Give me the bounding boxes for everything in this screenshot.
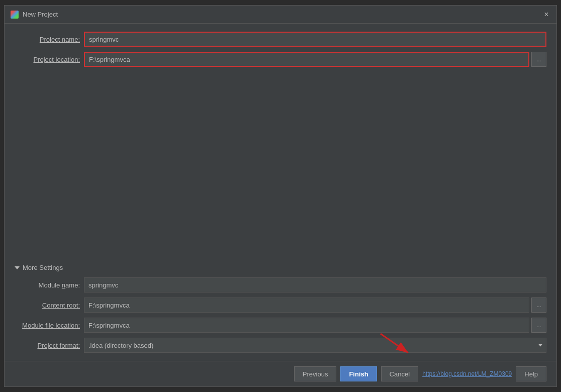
more-settings-section: More Settings Module name: Content root: (15, 258, 546, 353)
collapse-icon (15, 266, 20, 269)
more-settings-form: Module name: Content root: ... (15, 277, 546, 353)
dialog-title: New Project (23, 11, 542, 18)
empty-area (15, 75, 546, 258)
finish-button[interactable]: Finish (340, 366, 377, 381)
module-name-label: Module name: (15, 281, 80, 289)
more-settings-label: More Settings (23, 264, 63, 271)
project-name-input[interactable] (84, 32, 546, 47)
content-root-input-group: ... (84, 298, 546, 313)
project-location-input-group: ... (84, 52, 546, 67)
title-bar: New Project × (5, 6, 556, 24)
previous-button[interactable]: Previous (294, 366, 337, 381)
content-root-label: Content root: (15, 302, 80, 309)
project-name-row: Project name: (15, 32, 546, 47)
module-file-location-label: Module file location: (15, 322, 80, 329)
module-file-location-row: Module file location: ... (15, 318, 546, 333)
new-project-dialog: New Project × Project name: Project loca… (4, 5, 557, 387)
project-format-dropdown[interactable]: .idea (directory based) (84, 338, 546, 353)
help-link[interactable]: https://blog.csdn.net/LM_ZM0309 (422, 370, 512, 377)
module-file-location-input-group: ... (84, 318, 546, 333)
project-name-label: Project name: (15, 36, 80, 43)
module-name-row: Module name: (15, 277, 546, 292)
dialog-footer: Previous Finish Cancel https://blog.csdn… (5, 361, 556, 386)
close-button[interactable]: × (542, 11, 550, 19)
project-location-label: Project location: (15, 56, 80, 63)
content-root-input[interactable] (84, 298, 529, 313)
more-settings-header[interactable]: More Settings (15, 264, 546, 271)
content-root-row: Content root: ... (15, 298, 546, 313)
content-root-browse-button[interactable]: ... (531, 298, 546, 313)
module-file-location-browse-button[interactable]: ... (531, 318, 546, 333)
app-icon (11, 11, 19, 19)
dialog-content: Project name: Project location: ... (5, 24, 556, 361)
cancel-button[interactable]: Cancel (381, 366, 418, 381)
module-name-input[interactable] (84, 277, 546, 292)
project-format-dropdown-wrapper: .idea (directory based) (84, 338, 546, 353)
help-button[interactable]: Help (516, 366, 546, 381)
project-format-label: Project format: (15, 342, 80, 349)
project-location-input[interactable] (84, 52, 529, 67)
module-file-location-input[interactable] (84, 318, 529, 333)
project-location-browse-button[interactable]: ... (531, 52, 546, 67)
project-location-row: Project location: ... (15, 52, 546, 67)
top-form-section: Project name: Project location: ... (15, 32, 546, 67)
project-format-row: Project format: .idea (directory based) (15, 338, 546, 353)
